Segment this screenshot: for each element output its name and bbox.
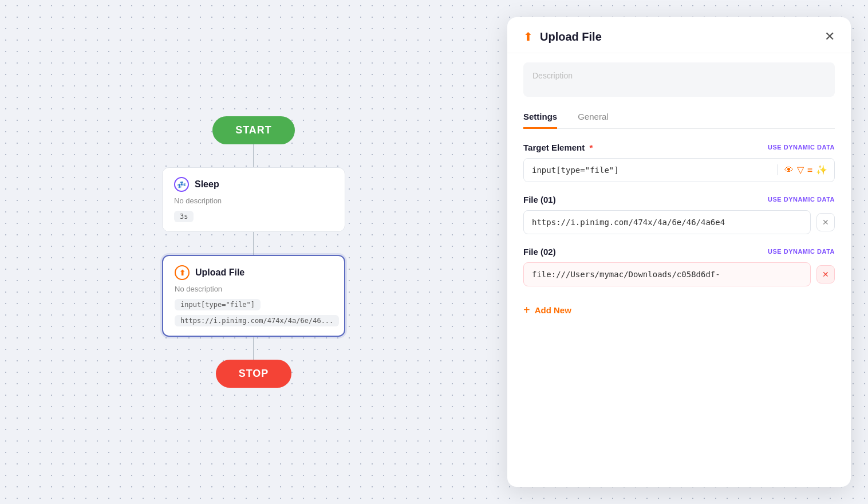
file-01-dynamic-data-button[interactable]: USE DYNAMIC DATA xyxy=(768,196,835,203)
file-02-field: File (02) USE DYNAMIC DATA ✕ xyxy=(523,247,835,286)
upload-selector-tag: input[type="file"] xyxy=(175,299,261,310)
file-02-input-row: ✕ xyxy=(523,262,835,286)
upload-description: No description xyxy=(175,285,333,293)
file-02-label-row: File (02) USE DYNAMIC DATA xyxy=(523,247,835,257)
upload-url-tag: https://i.pinimg.com/474x/4a/6e/46... xyxy=(175,315,339,326)
flow-panel: START 💤 Sleep No description 3s ⬆ Upload… xyxy=(0,0,507,504)
sleep-header: 💤 Sleep xyxy=(174,177,333,192)
sleep-tags: 3s xyxy=(174,211,333,222)
connector-1 xyxy=(253,144,254,167)
eye-icon[interactable]: 👁 xyxy=(784,165,794,175)
description-placeholder: Description xyxy=(532,71,573,80)
sleep-icon: 💤 xyxy=(174,177,189,192)
tabs-bar: Settings General xyxy=(523,106,835,129)
add-new-button[interactable]: + Add New xyxy=(523,299,571,321)
target-element-input-group: 👁 ▽ ≡ ✨ xyxy=(523,158,835,182)
sleep-title: Sleep xyxy=(195,179,219,190)
target-element-field: Target Element * USE DYNAMIC DATA 👁 ▽ ≡ … xyxy=(523,143,835,182)
upload-title: Upload File xyxy=(195,267,244,278)
panel-title-group: ⬆ Upload File xyxy=(523,30,602,44)
description-area[interactable]: Description xyxy=(523,62,835,97)
file-01-input[interactable] xyxy=(523,210,811,234)
start-node[interactable]: START xyxy=(212,116,295,144)
list-icon[interactable]: ≡ xyxy=(807,165,812,175)
start-label: START xyxy=(235,124,272,136)
settings-content: Target Element * USE DYNAMIC DATA 👁 ▽ ≡ … xyxy=(507,129,851,487)
sleep-node[interactable]: 💤 Sleep No description 3s xyxy=(162,167,345,232)
stop-label: STOP xyxy=(239,368,269,379)
target-element-input[interactable] xyxy=(524,159,777,182)
sleep-duration-tag: 3s xyxy=(174,211,194,222)
upload-node-icon: ⬆ xyxy=(175,265,190,280)
wand-icon[interactable]: ✨ xyxy=(816,164,827,175)
file-01-label-row: File (01) USE DYNAMIC DATA xyxy=(523,195,835,204)
panel-header: ⬆ Upload File ✕ xyxy=(507,17,851,53)
target-dynamic-data-button[interactable]: USE DYNAMIC DATA xyxy=(768,144,835,151)
file-01-field: File (01) USE DYNAMIC DATA ✕ xyxy=(523,195,835,234)
upload-tags: input[type="file"] https://i.pinimg.com/… xyxy=(175,299,333,326)
settings-panel: ⬆ Upload File ✕ Description Settings Gen… xyxy=(507,17,851,487)
panel-title: Upload File xyxy=(540,30,602,44)
close-button[interactable]: ✕ xyxy=(824,30,835,43)
target-element-actions: 👁 ▽ ≡ ✨ xyxy=(777,164,834,175)
sleep-description: No description xyxy=(174,196,333,205)
file-01-label: File (01) xyxy=(523,195,556,204)
target-element-label-row: Target Element * USE DYNAMIC DATA xyxy=(523,143,835,152)
file-01-input-row: ✕ xyxy=(523,210,835,234)
upload-header: ⬆ Upload File xyxy=(175,265,333,280)
connector-2 xyxy=(253,232,254,255)
tab-settings[interactable]: Settings xyxy=(523,106,557,129)
stop-node[interactable]: STOP xyxy=(216,360,292,388)
tab-general[interactable]: General xyxy=(578,106,608,129)
flow-container: START 💤 Sleep No description 3s ⬆ Upload… xyxy=(162,116,345,388)
file-02-remove-button[interactable]: ✕ xyxy=(816,265,835,284)
target-element-label: Target Element * xyxy=(523,143,593,152)
file-01-remove-button[interactable]: ✕ xyxy=(816,213,835,231)
upload-node[interactable]: ⬆ Upload File No description input[type=… xyxy=(162,255,345,337)
connector-3 xyxy=(253,337,254,360)
file-02-dynamic-data-button[interactable]: USE DYNAMIC DATA xyxy=(768,248,835,255)
target-required-star: * xyxy=(587,143,593,152)
file-02-label: File (02) xyxy=(523,247,556,257)
plus-icon: + xyxy=(523,304,530,317)
filter-icon[interactable]: ▽ xyxy=(797,164,804,175)
panel-upload-icon: ⬆ xyxy=(523,30,533,44)
add-new-label: Add New xyxy=(535,305,571,315)
file-02-input[interactable] xyxy=(523,262,811,286)
